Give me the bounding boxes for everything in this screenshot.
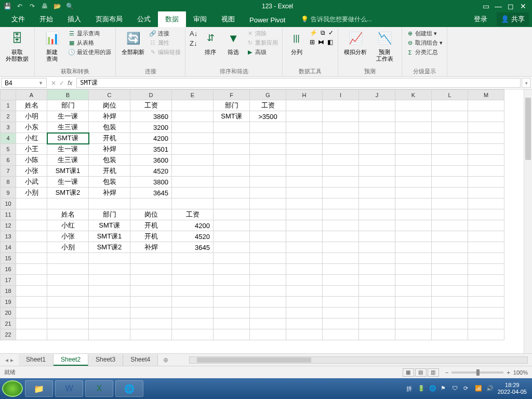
cell[interactable] <box>214 329 250 340</box>
cell[interactable] <box>250 133 286 144</box>
flashfill-icon[interactable]: ⚡ <box>310 29 317 36</box>
cell[interactable]: 生三课 <box>47 155 89 166</box>
cell[interactable]: SMT课 <box>89 220 130 231</box>
cell[interactable] <box>286 231 323 242</box>
cell[interactable] <box>323 286 359 297</box>
sort-button[interactable]: ⇵排序 <box>201 29 220 56</box>
col-header[interactable]: E <box>172 90 214 100</box>
cell[interactable] <box>432 100 468 111</box>
row-header[interactable]: 5 <box>1 144 16 155</box>
cell[interactable] <box>172 177 214 188</box>
cell[interactable] <box>47 318 89 329</box>
cell[interactable] <box>172 253 214 264</box>
cell[interactable]: 补焊 <box>89 111 130 122</box>
cell[interactable] <box>250 253 286 264</box>
row-header[interactable]: 17 <box>1 275 16 286</box>
tab-layout[interactable]: 页面布局 <box>88 11 130 27</box>
worksheet-grid[interactable]: ABCDEFGHIJKLM1姓名部门岗位工资部门工资2小明生一课补焊3860SM… <box>0 89 532 353</box>
zoom-level[interactable]: 100% <box>513 369 528 376</box>
cell[interactable] <box>16 297 47 308</box>
cell[interactable]: 3645 <box>130 188 172 198</box>
tab-review[interactable]: 审阅 <box>186 11 214 27</box>
cell[interactable] <box>286 122 323 133</box>
row-header[interactable]: 2 <box>1 111 16 122</box>
cell[interactable] <box>250 188 286 198</box>
text-to-columns-button[interactable]: ⫼分列 <box>287 29 307 56</box>
cell[interactable]: 小陈 <box>16 155 47 166</box>
cell[interactable] <box>432 329 468 340</box>
cell[interactable] <box>286 286 323 297</box>
cell[interactable] <box>130 264 172 275</box>
row-header[interactable]: 22 <box>1 329 16 340</box>
cell[interactable] <box>250 231 286 242</box>
cell[interactable] <box>468 155 504 166</box>
cell[interactable] <box>214 133 250 144</box>
row-header[interactable]: 18 <box>1 286 16 297</box>
cell[interactable]: 小王 <box>16 144 47 155</box>
cell[interactable] <box>323 188 359 198</box>
cell[interactable] <box>432 275 468 286</box>
cell[interactable] <box>172 286 214 297</box>
cell[interactable]: 部门 <box>89 209 130 220</box>
cell[interactable] <box>250 297 286 308</box>
tab-formula[interactable]: 公式 <box>130 11 158 27</box>
col-header[interactable]: F <box>214 90 250 100</box>
cell[interactable] <box>250 177 286 188</box>
row-header[interactable]: 12 <box>1 220 16 231</box>
refresh-all-button[interactable]: 🔄全部刷新 <box>120 29 146 56</box>
col-header[interactable]: D <box>130 90 172 100</box>
relations-icon[interactable]: ⧓ <box>318 38 324 46</box>
cell[interactable] <box>130 308 172 318</box>
cell[interactable] <box>359 133 395 144</box>
cell[interactable] <box>172 275 214 286</box>
cell[interactable] <box>323 198 359 209</box>
cell[interactable]: 开机 <box>89 166 130 177</box>
cell[interactable] <box>214 155 250 166</box>
cell[interactable]: 部门 <box>47 100 89 111</box>
remove-dup-icon[interactable]: ⧉ <box>321 29 325 36</box>
cell[interactable]: 补焊 <box>130 242 172 253</box>
cell[interactable] <box>16 220 47 231</box>
cell[interactable] <box>16 231 47 242</box>
cell[interactable] <box>172 264 214 275</box>
col-header[interactable]: I <box>323 90 359 100</box>
cell[interactable] <box>89 297 130 308</box>
cell[interactable] <box>16 329 47 340</box>
cell[interactable] <box>47 329 89 340</box>
cell[interactable] <box>323 318 359 329</box>
cell[interactable] <box>250 122 286 133</box>
cell[interactable] <box>250 198 286 209</box>
printpreview-icon[interactable]: 🔍 <box>65 2 74 10</box>
cell[interactable] <box>432 198 468 209</box>
cell[interactable] <box>395 231 432 242</box>
cell[interactable] <box>468 188 504 198</box>
cell[interactable] <box>432 188 468 198</box>
cell[interactable]: 小张 <box>16 166 47 177</box>
col-header[interactable]: C <box>89 90 130 100</box>
cell[interactable] <box>395 242 432 253</box>
cell[interactable] <box>214 177 250 188</box>
cell[interactable]: 小别 <box>16 188 47 198</box>
row-header[interactable]: 13 <box>1 231 16 242</box>
whatif-button[interactable]: 📈模拟分析 <box>342 29 368 56</box>
cell[interactable]: >3500 <box>250 111 286 122</box>
cell[interactable]: 小红 <box>16 133 47 144</box>
cell[interactable] <box>432 297 468 308</box>
tab-home[interactable]: 开始 <box>32 11 60 27</box>
cell[interactable] <box>130 253 172 264</box>
select-all-corner[interactable] <box>1 90 16 100</box>
cell[interactable] <box>214 231 250 242</box>
row-header[interactable]: 9 <box>1 188 16 198</box>
cell[interactable] <box>432 166 468 177</box>
sheet-tab[interactable]: Sheet3 <box>88 354 123 366</box>
cell[interactable] <box>432 155 468 166</box>
cell[interactable] <box>359 144 395 155</box>
cell[interactable] <box>395 198 432 209</box>
cell[interactable]: 4520 <box>172 231 214 242</box>
cell[interactable] <box>395 318 432 329</box>
cell[interactable]: 包装 <box>89 155 130 166</box>
cell[interactable] <box>47 297 89 308</box>
consolidate-icon[interactable]: ⊞ <box>310 38 315 46</box>
cell[interactable]: 小别 <box>47 242 89 253</box>
cell[interactable] <box>214 264 250 275</box>
